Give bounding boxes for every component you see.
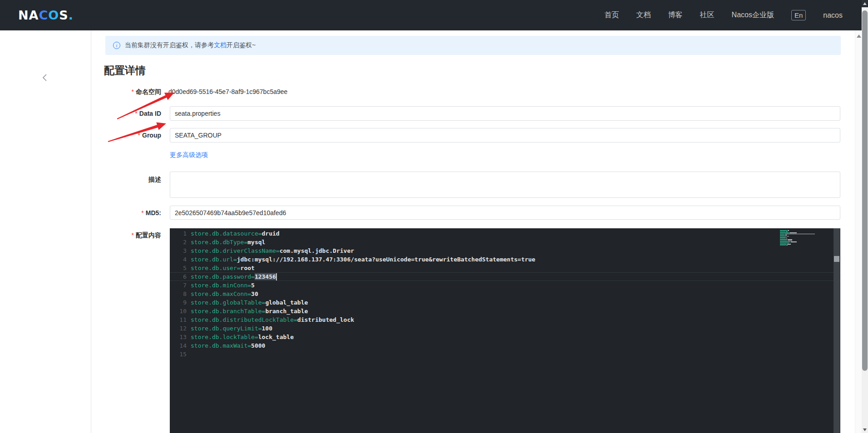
property-value: lock_table	[258, 333, 294, 341]
code-line[interactable]: 6store.db.password=123456	[170, 272, 840, 281]
code-line[interactable]: 9store.db.globalTable=global_table	[170, 298, 840, 307]
sidebar	[0, 30, 91, 433]
code-line[interactable]: 13store.db.lockTable=lock_table	[170, 333, 840, 341]
code-line[interactable]: 5store.db.user=root	[170, 264, 840, 272]
property-value: 123456	[255, 272, 277, 281]
nav-item-首页[interactable]: 首页	[605, 10, 619, 20]
minimap-value-bar	[788, 243, 789, 244]
page-scroll-up-button[interactable]	[862, 0, 868, 7]
minimap-value-bar	[785, 235, 787, 236]
line-number: 11	[170, 315, 191, 324]
text-cursor	[276, 273, 277, 280]
nacos-logo[interactable]: NACOS.	[18, 8, 74, 22]
minimap-value-bar	[788, 239, 792, 240]
data-id-label: *Data ID	[91, 110, 161, 117]
data-id-input[interactable]	[170, 106, 840, 121]
code-line[interactable]: 2store.db.dbType=mysql	[170, 238, 840, 246]
minimap-key-bar	[780, 238, 786, 239]
code-line[interactable]: 3store.db.driverClassName=com.mysql.jdbc…	[170, 246, 840, 255]
property-key: store.db.url	[191, 255, 233, 264]
alert-docs-link[interactable]: 文档	[214, 41, 227, 49]
editor-minimap[interactable]	[780, 230, 816, 246]
code-lines: 1store.db.datasource=druid2store.db.dbTy…	[170, 229, 840, 359]
equals-delimiter: =	[276, 246, 280, 255]
equals-delimiter: =	[237, 264, 241, 272]
minimap-line	[780, 239, 816, 240]
property-value: druid	[262, 229, 280, 238]
alert-text-before: 当前集群没有开启鉴权，请参考	[125, 41, 214, 49]
nav-item-文档[interactable]: 文档	[636, 10, 651, 20]
content-label: *配置内容	[91, 231, 161, 240]
property-key: store.db.branchTable	[191, 307, 262, 315]
code-line[interactable]: 7store.db.minConn=5	[170, 281, 840, 290]
minimap-key-bar	[780, 236, 786, 237]
required-star: *	[132, 88, 134, 95]
page-scrollbar-thumb[interactable]	[862, 10, 868, 371]
chevron-left-icon	[41, 73, 50, 82]
minimap-line	[780, 236, 816, 237]
app-header: NACOS. 首页文档博客社区Nacos企业版Ennacos	[0, 0, 862, 30]
editor-scrollbar-thumb[interactable]	[834, 256, 839, 262]
property-key: store.db.user	[191, 264, 237, 272]
auth-warning-alert: i 当前集群没有开启鉴权，请参考文档开启鉴权~	[105, 36, 841, 55]
config-content-editor[interactable]: 1store.db.datasource=druid2store.db.dbTy…	[170, 228, 840, 433]
minimap-value-bar	[788, 241, 792, 241]
property-value: com.mysql.jdbc.Driver	[280, 246, 354, 255]
property-key: store.db.minConn	[191, 281, 247, 290]
scroll-up-arrow-icon[interactable]	[857, 34, 861, 38]
equals-delimiter: =	[258, 324, 262, 333]
minimap-value-bar	[789, 232, 797, 233]
equals-delimiter: =	[233, 255, 237, 264]
code-line[interactable]: 14store.db.maxWait=5000	[170, 341, 840, 350]
scroll-down-arrow-icon[interactable]	[863, 428, 867, 431]
code-line[interactable]: 4store.db.url=jdbc:mysql://192.168.137.4…	[170, 255, 840, 264]
code-line[interactable]: 8store.db.maxConn=30	[170, 290, 840, 298]
line-number: 4	[170, 255, 191, 264]
minimap-line	[780, 230, 816, 231]
code-line[interactable]: 1store.db.datasource=druid	[170, 229, 840, 238]
line-number: 13	[170, 333, 191, 341]
sidebar-collapse-button[interactable]	[41, 73, 50, 82]
property-value: mysql	[247, 238, 265, 246]
line-number: 5	[170, 264, 191, 272]
required-star: *	[138, 132, 140, 139]
nav-item-En[interactable]: En	[791, 10, 806, 20]
page-scrollbar[interactable]	[862, 0, 868, 433]
minimap-key-bar	[780, 235, 785, 236]
nav-item-nacos[interactable]: nacos	[823, 11, 843, 20]
equals-delimiter: =	[258, 229, 262, 238]
minimap-line	[780, 232, 816, 233]
code-line[interactable]: 11store.db.distributedLockTable=distribu…	[170, 315, 840, 324]
minimap-value-bar	[786, 238, 787, 239]
code-line[interactable]: 15	[170, 350, 840, 359]
top-nav: 首页文档博客社区Nacos企业版Ennacos	[605, 10, 843, 20]
property-value: 30	[251, 290, 258, 298]
minimap-line	[780, 235, 816, 236]
md5-input[interactable]	[170, 206, 840, 220]
content-scrollbar[interactable]	[855, 30, 862, 433]
page-title: 配置详情	[104, 64, 146, 78]
nav-item-Nacos企业版[interactable]: Nacos企业版	[732, 10, 774, 20]
minimap-line	[780, 231, 816, 232]
description-textarea[interactable]	[170, 172, 840, 198]
logo-letter: .	[69, 8, 74, 22]
code-line[interactable]: 10store.db.branchTable=branch_table	[170, 307, 840, 315]
required-star: *	[135, 110, 137, 117]
minimap-value-bar	[786, 237, 787, 238]
equals-delimiter: =	[251, 272, 255, 281]
alert-text-after: 开启鉴权~	[227, 41, 256, 49]
editor-scrollbar[interactable]	[833, 228, 840, 433]
minimap-key-bar	[780, 243, 787, 244]
minimap-value-bar	[788, 230, 789, 231]
line-number: 2	[170, 238, 191, 246]
nav-item-博客[interactable]: 博客	[668, 10, 683, 20]
line-number: 15	[170, 350, 191, 359]
group-input[interactable]	[170, 128, 840, 143]
more-advanced-options-link[interactable]: 更多高级选项	[170, 151, 208, 159]
code-line[interactable]: 12store.db.queryLimit=100	[170, 324, 840, 333]
line-number: 3	[170, 246, 191, 255]
line-number: 6	[170, 272, 191, 281]
namespace-label: *命名空间	[91, 88, 161, 96]
nav-item-社区[interactable]: 社区	[700, 10, 715, 20]
property-key: store.db.maxConn	[191, 290, 247, 298]
